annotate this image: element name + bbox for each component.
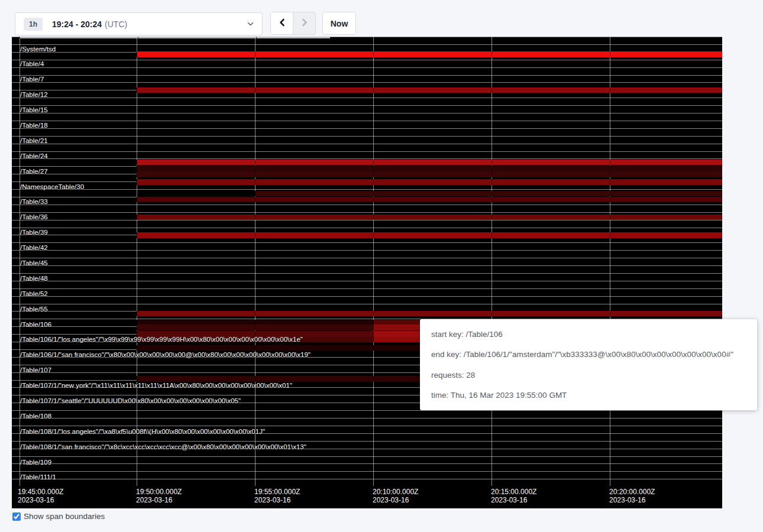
row-label: /Table/106 [20, 321, 51, 329]
vertical-gridline [610, 37, 610, 486]
row-label: /Table/55 [20, 306, 48, 313]
row-label: /Table/7 [20, 76, 44, 83]
heat-band[interactable] [137, 311, 722, 317]
x-axis-time: 19:45:00.000Z [18, 488, 63, 496]
span-boundaries-checkbox[interactable] [12, 512, 21, 521]
x-axis-tick: 20:10:00.000Z2023-03-16 [373, 488, 418, 504]
vertical-gridline [255, 37, 256, 486]
span-boundaries-label: Show span boundaries [24, 512, 105, 521]
heatmap-row-gridlines [12, 37, 722, 486]
x-axis-tick: 19:45:00.000Z2023-03-16 [18, 488, 63, 504]
heat-band[interactable] [137, 197, 722, 203]
x-axis-tick: 19:55:00.000Z2023-03-16 [254, 488, 300, 504]
heat-band[interactable] [137, 325, 373, 330]
now-button[interactable]: Now [322, 12, 356, 35]
row-label: /System/tsd [20, 46, 56, 53]
heat-band[interactable] [137, 179, 722, 185]
x-axis-date: 2023-03-16 [254, 496, 300, 504]
heat-band[interactable] [137, 232, 722, 238]
row-label: /Table/15 [20, 106, 48, 114]
duration-badge: 1h [24, 18, 43, 31]
vertical-gridline [137, 37, 137, 486]
x-axis-date: 2023-03-16 [373, 496, 418, 504]
row-label: /Table/12 [20, 91, 48, 99]
chevron-down-icon [247, 22, 254, 27]
row-label: /Table/21 [20, 137, 48, 145]
tooltip-line: start key: /Table/106 [431, 330, 757, 339]
x-axis-time: 20:20:00.000Z [609, 488, 655, 496]
heat-band[interactable] [137, 215, 722, 220]
heat-band[interactable] [137, 87, 722, 93]
row-label: /NamespaceTable/30 [20, 183, 84, 191]
x-axis-tick: 20:15:00.000Z2023-03-16 [491, 488, 536, 504]
x-axis-date: 2023-03-16 [491, 496, 536, 504]
x-axis-date: 2023-03-16 [609, 496, 655, 504]
time-range-selector[interactable]: 1h 19:24 - 20:24 (UTC) [15, 12, 263, 35]
row-label: /Table/108/1/"san francisco"/"\x8c\xcc\x… [20, 443, 306, 451]
heat-band[interactable] [137, 166, 722, 171]
chevron-left-icon [278, 18, 286, 29]
row-label: /Table/36 [20, 213, 48, 221]
key-visualizer-canvas[interactable]: /System/tsd/Table/4/Table/7/Table/12/Tab… [12, 37, 722, 508]
heat-band[interactable] [137, 51, 722, 57]
x-axis-time: 19:50:00.000Z [136, 488, 182, 496]
row-label: /Table/27 [20, 168, 48, 176]
tooltip-line: requests: 28 [431, 371, 757, 379]
heat-band[interactable] [255, 191, 722, 196]
footer: Show span boundaries [12, 512, 105, 521]
heat-band[interactable] [137, 160, 722, 166]
timezone-label: (UTC) [105, 20, 127, 29]
row-label: /Table/45 [20, 259, 48, 267]
heat-band[interactable] [137, 320, 373, 325]
row-label: /Table/111/1 [20, 473, 56, 481]
x-axis-date: 2023-03-16 [18, 496, 63, 504]
vertical-gridline [373, 37, 374, 486]
row-label: /Table/24 [20, 153, 48, 160]
next-button[interactable] [293, 12, 315, 34]
tooltip-line: end key: /Table/106/1/"amsterdam"/"\xb33… [431, 350, 757, 359]
chevron-right-icon [300, 18, 309, 29]
x-axis-tick: 20:20:00.000Z2023-03-16 [609, 488, 655, 504]
x-axis-time: 20:15:00.000Z [491, 488, 536, 496]
row-label: /Table/106/1/"los angeles"/"\x99\x99\x99… [20, 336, 303, 343]
row-label: /Table/39 [20, 229, 48, 236]
heat-band[interactable] [20, 37, 330, 38]
vertical-gridline [492, 37, 492, 486]
prev-button[interactable] [271, 12, 293, 34]
heat-band[interactable] [137, 171, 722, 177]
time-range-label: 19:24 - 20:24 [52, 20, 102, 29]
time-nav-group [270, 12, 316, 35]
x-axis-date: 2023-03-16 [136, 496, 182, 504]
row-label: /Table/48 [20, 275, 48, 283]
row-label: /Table/107/1/"new york"/"\x11\x11\x11\x1… [20, 382, 292, 390]
row-label: /Table/52 [20, 290, 48, 298]
row-label: /Table/108/1/"los angeles"/"\xa8\xf5\u00… [20, 428, 265, 436]
row-label: /Table/4 [20, 60, 44, 68]
x-axis-tick: 19:50:00.000Z2023-03-16 [136, 488, 182, 504]
row-label: /Table/33 [20, 198, 48, 206]
row-label: /Table/42 [20, 244, 48, 252]
key-visualizer-page: 1h 19:24 - 20:24 (UTC) Now /System/tsd/T… [0, 0, 763, 532]
row-label: /Table/109 [20, 459, 51, 466]
x-axis-time: 20:10:00.000Z [373, 488, 418, 496]
x-axis-time: 19:55:00.000Z [254, 488, 300, 496]
row-label: /Table/106/1/"san francisco"/"\x80\x00\x… [20, 351, 311, 359]
row-label: /Table/108 [20, 413, 51, 420]
hover-tooltip: start key: /Table/106end key: /Table/106… [420, 319, 757, 410]
row-label: /Table/107/1/"seattle"/"UUUUUUD\x00\x80\… [20, 397, 241, 405]
tooltip-line: time: Thu, 16 Mar 2023 19:55:00 GMT [431, 391, 757, 400]
row-label: /Table/18 [20, 122, 48, 129]
row-label: /Table/107 [20, 366, 51, 374]
